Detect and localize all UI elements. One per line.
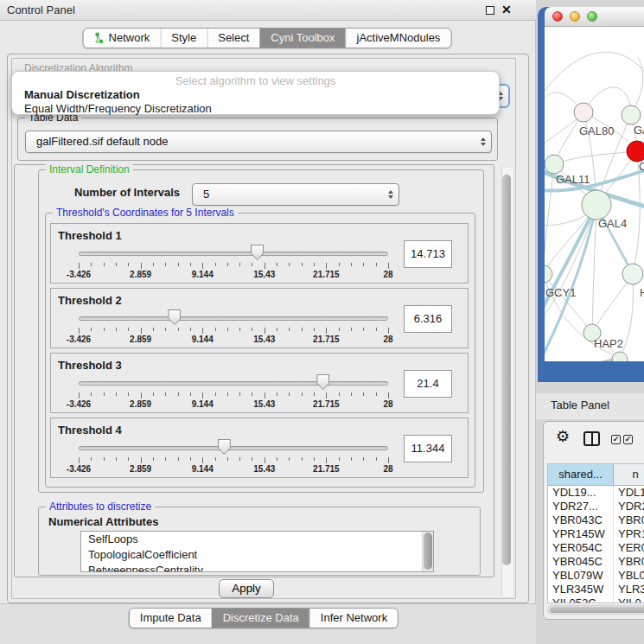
tick-mark: [178, 457, 179, 461]
network-node[interactable]: [612, 352, 628, 361]
tick-label: -3.426: [67, 335, 91, 344]
threshold-panel-2: Threshold 2-3.4262.8599.14415.4321.71528…: [50, 288, 469, 348]
tab-label: Impute Data: [140, 609, 201, 628]
apply-button[interactable]: Apply: [219, 579, 274, 598]
slider-handle[interactable]: [218, 439, 231, 455]
tab-jactivemnodules[interactable]: jActiveMNodules: [346, 29, 451, 48]
table-cell[interactable]: YLR345W: [548, 583, 614, 596]
column-header-n[interactable]: n: [614, 464, 644, 485]
threshold-value-field[interactable]: 6.316: [404, 305, 452, 333]
table-cell[interactable]: YBR0: [614, 513, 644, 527]
number-of-intervals-combobox[interactable]: 5: [192, 183, 399, 206]
split-columns-icon[interactable]: [583, 431, 600, 446]
table-scrollbar-thumb[interactable]: [550, 607, 644, 613]
tick-mark: [339, 457, 340, 461]
table-data-combobox[interactable]: galFiltered.sif default node: [25, 131, 492, 153]
checkbox-icon[interactable]: ✓: [623, 435, 633, 444]
table-cell[interactable]: YDR27...: [548, 500, 614, 513]
network-node[interactable]: [545, 265, 552, 283]
list-item-topologicalcoefficient[interactable]: TopologicalCoefficient: [81, 547, 433, 563]
table-cell[interactable]: YDL19...: [548, 486, 614, 500]
tab-style[interactable]: Style: [160, 29, 207, 48]
table-cell[interactable]: YDR2: [614, 500, 644, 513]
table-cell[interactable]: YBR045C: [548, 555, 614, 569]
threshold-value-field[interactable]: 11.344: [404, 435, 452, 462]
tab-discretize-data[interactable]: Discretize Data: [212, 609, 309, 628]
tab-select[interactable]: Select: [207, 29, 259, 48]
checkbox-icon[interactable]: ✓: [611, 435, 621, 444]
popup-option-manual-discretization[interactable]: Manual Discretization: [12, 88, 499, 102]
tab-network[interactable]: Network: [84, 29, 161, 48]
network-node[interactable]: [627, 141, 644, 162]
table-cell[interactable]: YDL1: [614, 486, 644, 500]
table-cell[interactable]: YIL052C: [548, 596, 614, 603]
table-cell[interactable]: YLR3: [614, 583, 644, 596]
table-row[interactable]: YBR043CYBR0: [548, 513, 644, 527]
network-node[interactable]: [545, 155, 564, 174]
tab-cyni-toolbox[interactable]: Cyni Toolbox: [259, 29, 345, 48]
network-edge: [545, 164, 554, 274]
tab-infer-network[interactable]: Infer Network: [309, 609, 398, 628]
tick-label: 21.715: [313, 464, 340, 474]
tab-impute-data[interactable]: Impute Data: [130, 609, 212, 628]
slider-track[interactable]: [79, 446, 388, 450]
table-cell[interactable]: YPR1: [614, 527, 644, 541]
table-cell[interactable]: YER054C: [548, 541, 614, 555]
threshold-value-field[interactable]: 14.713: [404, 240, 452, 268]
network-canvas[interactable]: GAL80GACGAL11GAL4GCY1HHAP2: [545, 27, 644, 361]
slider-track[interactable]: [79, 316, 388, 321]
threshold-value-field[interactable]: 21.4: [404, 370, 452, 398]
table-cell[interactable]: YBR0: [614, 555, 644, 569]
close-icon[interactable]: ✕: [501, 3, 512, 16]
network-window-titlebar[interactable]: [545, 7, 644, 27]
slider-handle[interactable]: [168, 309, 181, 325]
network-node[interactable]: [622, 264, 643, 284]
tick-mark: [376, 392, 377, 396]
interval-definition-label: Interval Definition: [46, 163, 133, 175]
tick-mark: [202, 263, 203, 269]
table-row[interactable]: YDR27...YDR2: [548, 500, 644, 513]
network-node[interactable]: [622, 105, 641, 124]
table-cell[interactable]: YER0: [614, 541, 644, 555]
close-light-icon[interactable]: [552, 11, 563, 22]
table-row[interactable]: YPR145WYPR1: [548, 527, 644, 541]
list-scrollbar[interactable]: [422, 532, 433, 571]
table-row[interactable]: YER054CYER0: [548, 541, 644, 555]
table-cell[interactable]: YBL079W: [548, 569, 614, 583]
tick-mark: [202, 392, 203, 399]
table-horizontal-scrollbar[interactable]: [547, 605, 644, 615]
tick-mark: [104, 263, 105, 266]
zoom-light-icon[interactable]: [587, 11, 597, 22]
slider-handle-face: [219, 440, 230, 454]
tick-mark: [339, 392, 340, 396]
slider-handle[interactable]: [316, 374, 329, 390]
table-row[interactable]: YBL079WYBL0: [548, 569, 644, 583]
slider-track[interactable]: [79, 252, 388, 256]
column-header-shared[interactable]: shared...: [548, 464, 614, 485]
table-row[interactable]: YDL19...YDL1: [548, 486, 644, 500]
network-edge: [554, 151, 637, 164]
tick-mark: [252, 328, 252, 331]
table-row[interactable]: YLR345WYLR3: [548, 583, 644, 596]
table-row[interactable]: YBR045CYBR0: [548, 555, 644, 569]
float-window-icon[interactable]: [486, 6, 494, 15]
panel-scrollbar-thumb[interactable]: [502, 175, 511, 565]
network-node[interactable]: [574, 103, 593, 122]
list-scrollbar-thumb[interactable]: [424, 532, 432, 570]
slider-track[interactable]: [79, 381, 388, 386]
table-row[interactable]: YIL052CYIL0: [548, 596, 644, 603]
gear-icon[interactable]: ⚙: [556, 429, 570, 444]
tick-label: -3.426: [67, 399, 91, 409]
popup-option-equal-width-frequency[interactable]: Equal Width/Frequency Discretization: [12, 102, 499, 116]
list-item-selfloops[interactable]: SelfLoops: [81, 532, 433, 547]
tick-label: 2.859: [130, 399, 151, 409]
list-item-betweennesscentrality[interactable]: BetweennessCentrality: [81, 563, 433, 572]
slider-handle[interactable]: [251, 245, 264, 260]
tick-mark: [326, 457, 327, 463]
network-node[interactable]: [582, 190, 611, 220]
table-cell[interactable]: YBL0: [614, 569, 644, 583]
table-cell[interactable]: YPR145W: [548, 527, 614, 541]
table-cell[interactable]: YBR043C: [548, 513, 614, 527]
table-cell[interactable]: YIL0: [614, 596, 644, 603]
minimize-light-icon[interactable]: [570, 11, 580, 22]
